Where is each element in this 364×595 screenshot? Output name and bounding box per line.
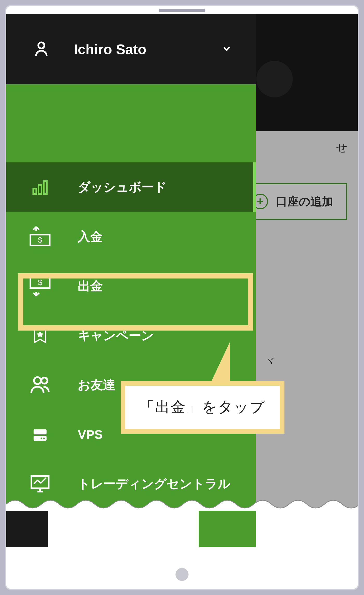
screen: せ + 口座の追加 ヾ Ichiro Sato	[6, 14, 358, 565]
device-frame: せ + 口座の追加 ヾ Ichiro Sato	[5, 5, 359, 590]
callout-arrow	[209, 342, 230, 386]
sidebar-item-withdraw[interactable]: $ 出金	[6, 261, 256, 311]
bar-chart-icon	[27, 174, 53, 200]
sidebar-item-label: お友達	[78, 377, 115, 393]
svg-point-8	[34, 377, 41, 384]
withdraw-icon: $	[27, 273, 53, 299]
svg-point-0	[38, 42, 44, 48]
sidebar: Ichiro Sato	[6, 14, 256, 565]
svg-rect-3	[44, 181, 47, 194]
user-icon	[32, 40, 50, 58]
user-name: Ichiro Sato	[74, 41, 198, 57]
sidebar-item-label: 出金	[78, 278, 103, 294]
server-icon	[27, 421, 53, 447]
friends-icon	[27, 372, 53, 398]
svg-rect-2	[38, 185, 42, 194]
callout-text: 「出金」をタップ	[140, 399, 265, 415]
svg-point-12	[43, 438, 45, 439]
svg-point-9	[41, 378, 47, 384]
sidebar-body: ダッシュボード $ 入金	[6, 84, 256, 565]
chevron-down-icon	[221, 43, 232, 55]
bottom-dark-strip	[6, 511, 48, 547]
sidebar-item-label: トレーディングセントラル	[78, 476, 230, 492]
svg-text:$: $	[38, 236, 42, 244]
sidebar-item-dashboard[interactable]: ダッシュボード	[6, 162, 256, 212]
svg-rect-10	[34, 429, 47, 434]
deposit-icon: $	[27, 224, 53, 250]
sidebar-item-label: 入金	[78, 228, 103, 245]
svg-rect-1	[33, 189, 36, 194]
sidebar-item-label: ダッシュボード	[78, 179, 167, 195]
star-ribbon-icon	[27, 322, 53, 349]
bottom-green-strip	[199, 511, 256, 547]
bottom-white-box	[48, 511, 201, 547]
sidebar-header[interactable]: Ichiro Sato	[6, 14, 256, 84]
sidebar-item-label: キャンペーン	[78, 327, 154, 344]
svg-text:$: $	[38, 278, 42, 287]
device-notch	[159, 9, 205, 12]
trading-monitor-icon	[27, 471, 53, 497]
sidebar-item-label: VPS	[78, 427, 103, 442]
sidebar-item-deposit[interactable]: $ 入金	[6, 212, 256, 261]
svg-point-13	[41, 438, 42, 439]
device-home-button	[176, 568, 188, 581]
callout-tooltip: 「出金」をタップ	[121, 381, 284, 434]
